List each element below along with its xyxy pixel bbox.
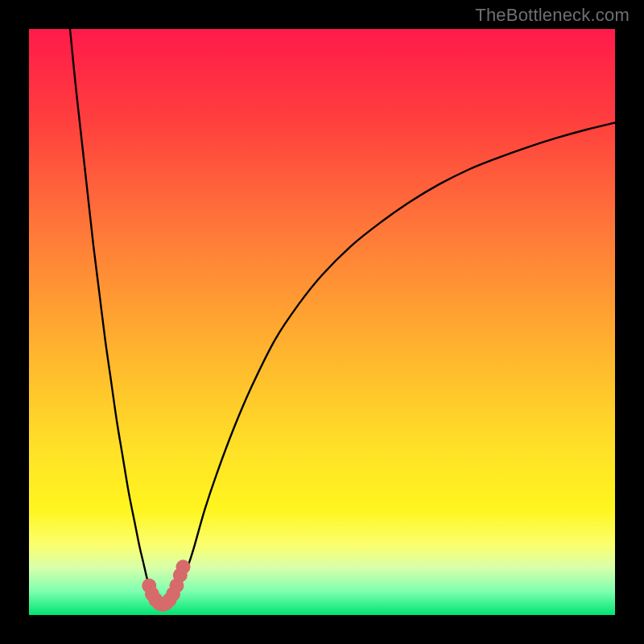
bottleneck-marker bbox=[175, 559, 190, 574]
chart-frame: TheBottleneck.com bbox=[0, 0, 644, 644]
gradient-background bbox=[29, 29, 615, 615]
watermark-text: TheBottleneck.com bbox=[475, 5, 630, 26]
bottleneck-chart bbox=[29, 29, 615, 615]
